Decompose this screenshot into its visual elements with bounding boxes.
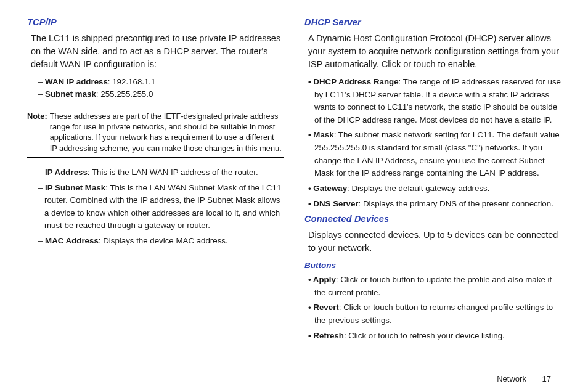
subnet-item: Subnet mask: 255.255.255.0 <box>38 88 284 100</box>
apply-text: : Click or touch button to update the pr… <box>314 275 552 297</box>
dns-text: : Displays the primary DNS of the presen… <box>359 199 553 208</box>
gateway-text: : Displays the default gateway address. <box>347 184 489 193</box>
note-label: Note: <box>27 111 50 153</box>
mac-address-item: MAC Address: Displays the device MAC add… <box>38 235 284 248</box>
wan-ip-label: WAN IP address <box>45 77 108 86</box>
heading-buttons: Buttons <box>304 261 561 270</box>
refresh-text: : Click or touch to refresh your device … <box>344 331 505 340</box>
note-text: These addresses are part of the IETF-des… <box>50 111 284 153</box>
left-column: TCP/IP The LC11 is shipped preconfigured… <box>27 17 284 346</box>
dhcp-range-item: DHCP Address Range: The range of IP addr… <box>308 76 561 126</box>
revert-label: Revert <box>313 303 338 312</box>
note-box: Note: These addresses are part of the IE… <box>27 107 284 158</box>
mask-label: Mask <box>313 130 333 139</box>
ip-address-label: IP Address <box>45 168 88 177</box>
tcpip-intro: The LC11 is shipped preconfigured to use… <box>31 32 284 71</box>
ip-address-text: : This is the LAN WAN IP address of the … <box>88 168 258 177</box>
refresh-label: Refresh <box>313 331 344 340</box>
subnet-value: : 255.255.255.0 <box>96 89 153 99</box>
revert-text: : Click or touch button to returns chang… <box>314 303 553 325</box>
gateway-label: Gateway <box>313 184 347 193</box>
apply-item: Apply: Click or touch button to update t… <box>308 274 561 299</box>
page-footer: Network 17 <box>497 374 551 383</box>
heading-connected-devices: Connected Devices <box>304 214 561 224</box>
dhcp-range-label: DHCP Address Range <box>313 77 398 86</box>
footer-page-number: 17 <box>542 374 551 383</box>
two-column-layout: TCP/IP The LC11 is shipped preconfigured… <box>27 17 561 346</box>
footer-section: Network <box>497 374 526 383</box>
mac-address-label: MAC Address <box>45 236 99 245</box>
heading-tcpip: TCP/IP <box>27 17 284 27</box>
mask-text: : The subnet mask network setting for LC… <box>314 130 560 178</box>
dhcp-intro: A Dynamic Host Configuration Protocol (D… <box>308 32 561 71</box>
wan-ip-item: WAN IP address: 192.168.1.1 <box>38 76 284 88</box>
dns-item: DNS Server: Displays the primary DNS of … <box>308 198 561 211</box>
apply-label: Apply <box>313 275 336 284</box>
buttons-list: Apply: Click or touch button to update t… <box>308 274 561 342</box>
subnet-label: Subnet mask <box>45 89 96 99</box>
mac-address-text: : Displays the device MAC address. <box>99 236 228 245</box>
connected-devices-text: Displays connected devices. Up to 5 devi… <box>308 229 561 255</box>
refresh-item: Refresh: Click or touch to refresh your … <box>308 330 561 343</box>
dhcp-settings-list: DHCP Address Range: The range of IP addr… <box>308 76 561 210</box>
lan-settings-list: IP Address: This is the LAN WAN IP addre… <box>38 166 284 248</box>
gateway-item: Gateway: Displays the default gateway ad… <box>308 182 561 195</box>
dns-label: DNS Server <box>313 199 358 208</box>
ip-subnet-mask-item: IP Subnet Mask: This is the LAN WAN Subn… <box>38 182 284 232</box>
wan-ip-value: : 192.168.1.1 <box>108 77 156 86</box>
wan-config-list: WAN IP address: 192.168.1.1 Subnet mask:… <box>38 76 284 100</box>
revert-item: Revert: Click or touch button to returns… <box>308 301 561 327</box>
heading-dhcp: DHCP Server <box>304 17 561 27</box>
mask-item: Mask: The subnet mask network setting fo… <box>308 129 561 179</box>
right-column: DHCP Server A Dynamic Host Configuration… <box>304 17 561 346</box>
ip-address-item: IP Address: This is the LAN WAN IP addre… <box>38 166 284 179</box>
ip-subnet-mask-label: IP Subnet Mask <box>45 183 105 192</box>
